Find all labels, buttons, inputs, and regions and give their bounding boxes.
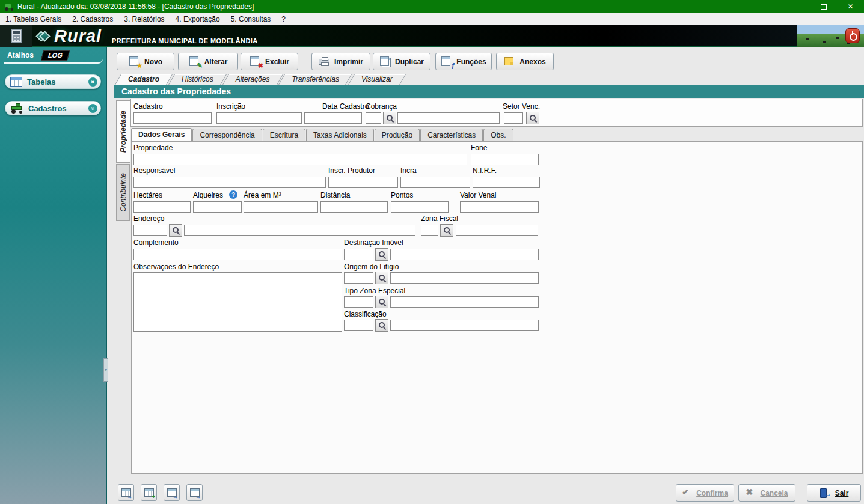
classificacao-code-input[interactable]: [344, 320, 373, 331]
hectares-label: Hectáres: [133, 191, 162, 199]
origem-litigio-code-input[interactable]: [344, 272, 373, 284]
close-icon: ✕: [847, 2, 853, 11]
classificacao-desc-input[interactable]: [390, 320, 539, 331]
excluir-button[interactable]: ✖ Excluir: [241, 53, 298, 70]
cobranca-lookup-button[interactable]: [383, 112, 396, 124]
destinacao-desc-input[interactable]: [390, 249, 539, 260]
close-button[interactable]: ✕: [837, 0, 864, 13]
pontos-input[interactable]: [391, 201, 449, 213]
sair-button[interactable]: → Sair: [807, 484, 861, 502]
complemento-input[interactable]: [133, 249, 342, 260]
sidebar-item-label: Cadastros: [28, 104, 67, 113]
duplicate-icon: [379, 56, 391, 67]
chevron-double-down-icon[interactable]: »: [88, 104, 97, 113]
menu-exportacao[interactable]: 4. Exportação: [170, 13, 225, 25]
tab-historicos[interactable]: Históricos: [171, 74, 224, 85]
alqueires-input[interactable]: [193, 201, 242, 213]
zona-fiscal-lookup-button[interactable]: [440, 224, 453, 237]
observacoes-endereco-textarea[interactable]: [133, 272, 342, 332]
origem-litigio-desc-input[interactable]: [390, 272, 539, 284]
chevron-double-down-icon[interactable]: »: [88, 77, 97, 87]
destinacao-code-input[interactable]: [344, 249, 373, 260]
endereco-desc-input[interactable]: [184, 225, 415, 236]
tab-transferencias[interactable]: Transferências: [281, 74, 349, 85]
menu-help[interactable]: ?: [276, 13, 291, 25]
menu-cadastros[interactable]: 2. Cadastros: [67, 13, 118, 25]
inscr-produtor-input[interactable]: [328, 177, 398, 188]
propriedade-label: Propriedade: [133, 144, 173, 152]
sidebar-item-tabelas[interactable]: Tabelas »: [5, 74, 101, 89]
menu-consultas[interactable]: 5. Consultas: [225, 13, 277, 25]
cadastro-input[interactable]: [133, 112, 212, 124]
novo-button[interactable]: ★ Novo: [117, 53, 174, 70]
tab-visualizar[interactable]: Visualizar: [351, 74, 403, 85]
alterar-button[interactable]: ✎ Alterar: [178, 53, 238, 70]
nirf-input[interactable]: [473, 177, 540, 188]
responsavel-input[interactable]: [133, 177, 326, 188]
confirma-button[interactable]: ✔ Confirma: [676, 484, 734, 502]
funcoes-button[interactable]: ƒ Funções: [435, 53, 492, 70]
tab-cadastro[interactable]: Cadastro: [118, 74, 170, 85]
search-icon: [378, 250, 386, 258]
maximize-button[interactable]: [810, 0, 837, 13]
search-icon: [529, 114, 537, 122]
search-icon: [378, 274, 386, 282]
side-tab-contribuinte[interactable]: Contribuinte: [116, 164, 130, 221]
destinacao-lookup-button[interactable]: [375, 248, 388, 261]
sidebar-item-cadastros[interactable]: Cadastros »: [5, 101, 101, 115]
subtab-dados-gerais[interactable]: Dados Gerais: [131, 128, 192, 141]
logo: Rural: [37, 26, 102, 46]
subtab-correspondencia[interactable]: Correspondência: [192, 129, 262, 141]
tipo-zona-code-input[interactable]: [344, 296, 373, 308]
distancia-input[interactable]: [320, 201, 388, 213]
power-off-icon[interactable]: [845, 28, 860, 43]
propriedade-input[interactable]: [133, 154, 467, 165]
subtab-escritura[interactable]: Escritura: [263, 129, 305, 141]
record-nav-button-3[interactable]: →: [164, 484, 180, 501]
endereco-lookup-button[interactable]: [169, 224, 182, 237]
hectares-input[interactable]: [133, 201, 191, 213]
inscricao-label: Inscrição: [216, 102, 245, 111]
tipo-zona-desc-input[interactable]: [390, 296, 539, 308]
help-icon[interactable]: ?: [229, 190, 237, 199]
setor-venc-lookup-button[interactable]: [526, 112, 539, 124]
tipo-zona-lookup-button[interactable]: [375, 296, 388, 308]
classificacao-lookup-button[interactable]: [375, 319, 388, 332]
subtab-caracteristicas[interactable]: Características: [420, 129, 483, 141]
record-nav-button-1[interactable]: →: [118, 484, 134, 501]
area-m2-label: Área em M²: [244, 191, 281, 199]
menu-tabelas-gerais[interactable]: 1. Tabelas Gerais: [0, 13, 67, 25]
tab-alteracoes[interactable]: Alterações: [225, 74, 280, 85]
divider: [4, 59, 103, 64]
inscricao-input[interactable]: [216, 112, 302, 124]
cancela-button[interactable]: ✖ Cancela: [738, 484, 795, 502]
duplicar-button[interactable]: Duplicar: [373, 53, 430, 70]
cobranca-desc-input[interactable]: [397, 112, 500, 124]
fone-input[interactable]: [471, 154, 539, 165]
record-nav-button-2[interactable]: +: [141, 484, 157, 501]
calculator-icon: [0, 25, 32, 47]
valor-venal-input[interactable]: [460, 201, 539, 213]
subtab-producao[interactable]: Produção: [375, 129, 420, 141]
record-nav-button-4[interactable]: →: [186, 484, 203, 501]
menu-relatorios[interactable]: 3. Relatórios: [118, 13, 170, 25]
splitter-collapse-handle[interactable]: «: [103, 358, 108, 382]
subtab-taxas-adicionais[interactable]: Taxas Adicionais: [306, 129, 374, 141]
area-m2-input[interactable]: [244, 201, 318, 213]
data-cadastro-input[interactable]: [304, 112, 362, 124]
imprimir-button[interactable]: Imprimir: [311, 53, 370, 70]
minimize-button[interactable]: —: [783, 0, 810, 13]
incra-input[interactable]: [400, 177, 470, 188]
cobranca-code-input[interactable]: [366, 112, 381, 124]
setor-venc-code-input[interactable]: [504, 112, 523, 124]
zona-fiscal-desc-input[interactable]: [456, 225, 538, 236]
zona-fiscal-code-input[interactable]: [421, 225, 438, 236]
endereco-code-input[interactable]: [133, 225, 167, 236]
cobranca-label: Cobrança: [366, 102, 397, 111]
side-tab-propriedade[interactable]: Propriedade: [116, 100, 130, 163]
anexos-button[interactable]: Anexos: [496, 53, 554, 70]
origem-litigio-lookup-button[interactable]: [375, 272, 388, 284]
search-icon: [443, 226, 451, 234]
subtab-obs[interactable]: Obs.: [483, 129, 513, 141]
collapse-left-icon: «: [105, 368, 107, 372]
